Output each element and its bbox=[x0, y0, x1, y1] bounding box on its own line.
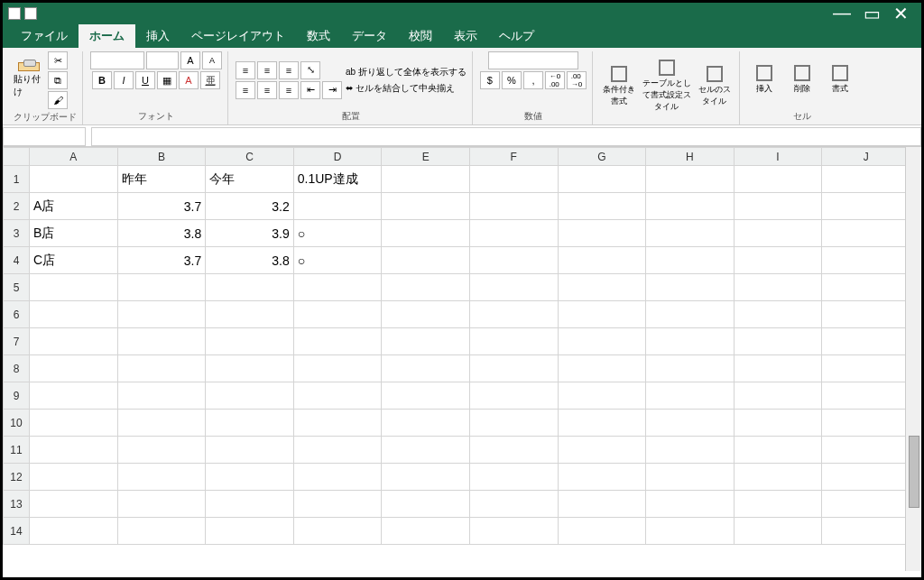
tab-help[interactable]: ヘルプ bbox=[488, 24, 545, 48]
cell[interactable] bbox=[30, 464, 118, 491]
cell-I4[interactable] bbox=[734, 247, 822, 274]
cell[interactable] bbox=[646, 301, 735, 328]
cell[interactable] bbox=[293, 301, 382, 328]
merge-center-button[interactable]: ⬌ セルを結合して中央揃え bbox=[346, 82, 467, 95]
cell-B3[interactable]: 3.8 bbox=[117, 220, 206, 247]
cell[interactable] bbox=[382, 464, 470, 491]
cell-B1[interactable]: 昨年 bbox=[117, 166, 206, 193]
row-header-14[interactable]: 14 bbox=[4, 518, 30, 545]
cell-B2[interactable]: 3.7 bbox=[117, 193, 206, 220]
cell[interactable] bbox=[117, 328, 206, 355]
cell-F3[interactable] bbox=[469, 220, 558, 247]
cell[interactable] bbox=[822, 464, 910, 491]
col-header-B[interactable]: B bbox=[117, 148, 206, 166]
cell[interactable] bbox=[558, 518, 646, 545]
tab-formulas[interactable]: 数式 bbox=[296, 24, 341, 48]
col-header-D[interactable]: D bbox=[293, 148, 382, 166]
cell-A2[interactable]: A店 bbox=[30, 193, 118, 220]
cut-button[interactable]: ✂ bbox=[48, 51, 68, 69]
cell[interactable] bbox=[206, 355, 294, 382]
cell[interactable] bbox=[646, 437, 735, 464]
font-grow-button[interactable]: A bbox=[180, 51, 200, 69]
align-right-button[interactable]: ≡ bbox=[279, 81, 299, 99]
cell-A3[interactable]: B店 bbox=[30, 220, 118, 247]
cell[interactable] bbox=[382, 328, 470, 355]
cell-H4[interactable] bbox=[646, 247, 735, 274]
cell[interactable] bbox=[646, 464, 735, 491]
cell[interactable] bbox=[734, 464, 822, 491]
cell[interactable] bbox=[293, 328, 382, 355]
scroll-thumb[interactable] bbox=[909, 436, 919, 508]
cell-E3[interactable] bbox=[382, 220, 470, 247]
delete-cells-button[interactable]: 削除 bbox=[785, 65, 819, 95]
row-header-9[interactable]: 9 bbox=[4, 382, 30, 410]
cell-J1[interactable] bbox=[822, 166, 910, 193]
indent-inc-button[interactable]: ⇥ bbox=[322, 81, 342, 99]
cell[interactable] bbox=[469, 491, 558, 518]
row-header-10[interactable]: 10 bbox=[4, 410, 30, 437]
cell[interactable] bbox=[293, 274, 382, 301]
align-bottom-button[interactable]: ≡ bbox=[279, 61, 299, 79]
cell[interactable] bbox=[117, 437, 206, 464]
cell[interactable] bbox=[117, 491, 206, 518]
cell[interactable] bbox=[558, 437, 646, 464]
cell-B4[interactable]: 3.7 bbox=[117, 247, 206, 274]
cell-J2[interactable] bbox=[822, 193, 910, 220]
row-header-5[interactable]: 5 bbox=[4, 274, 30, 301]
cell[interactable] bbox=[117, 301, 206, 328]
cell-I2[interactable] bbox=[734, 193, 822, 220]
worksheet-grid[interactable]: A B C D E F G H I J 1 昨年 今年 0.1UP達成 2 A店… bbox=[3, 147, 921, 571]
cell-F2[interactable] bbox=[469, 193, 558, 220]
cell[interactable] bbox=[822, 437, 910, 464]
cell[interactable] bbox=[558, 328, 646, 355]
cell-C3[interactable]: 3.9 bbox=[206, 220, 294, 247]
cell[interactable] bbox=[734, 518, 822, 545]
cell[interactable] bbox=[293, 382, 382, 410]
minimize-button[interactable]: — bbox=[833, 3, 851, 24]
cell[interactable] bbox=[822, 382, 910, 410]
cell[interactable] bbox=[206, 437, 294, 464]
cell-F4[interactable] bbox=[469, 247, 558, 274]
cell[interactable] bbox=[117, 274, 206, 301]
cell[interactable] bbox=[822, 491, 910, 518]
cell[interactable] bbox=[382, 355, 470, 382]
cell[interactable] bbox=[558, 410, 646, 437]
tab-data[interactable]: データ bbox=[341, 24, 398, 48]
cell[interactable] bbox=[734, 410, 822, 437]
cell[interactable] bbox=[30, 491, 118, 518]
cell[interactable] bbox=[30, 518, 118, 545]
number-format-dropdown[interactable] bbox=[488, 51, 578, 69]
cell[interactable] bbox=[822, 328, 910, 355]
row-header-2[interactable]: 2 bbox=[4, 193, 30, 220]
align-center-button[interactable]: ≡ bbox=[257, 81, 277, 99]
conditional-format-button[interactable]: 条件付き書式 bbox=[600, 66, 638, 107]
cell[interactable] bbox=[206, 382, 294, 410]
cell[interactable] bbox=[206, 328, 294, 355]
tab-view[interactable]: 表示 bbox=[443, 24, 488, 48]
row-header-8[interactable]: 8 bbox=[4, 355, 30, 382]
cell[interactable] bbox=[382, 437, 470, 464]
col-header-E[interactable]: E bbox=[382, 148, 470, 166]
fill-color-button[interactable]: A bbox=[179, 71, 199, 89]
cell-E2[interactable] bbox=[382, 193, 470, 220]
cell-A1[interactable] bbox=[30, 166, 118, 193]
cell-J3[interactable] bbox=[822, 220, 910, 247]
cell-C2[interactable]: 3.2 bbox=[206, 193, 294, 220]
tab-file[interactable]: ファイル bbox=[10, 24, 79, 48]
font-family-dropdown[interactable] bbox=[90, 51, 144, 69]
cell[interactable] bbox=[30, 437, 118, 464]
cell[interactable] bbox=[558, 491, 646, 518]
cell[interactable] bbox=[206, 464, 294, 491]
cell-I3[interactable] bbox=[734, 220, 822, 247]
cell[interactable] bbox=[382, 491, 470, 518]
cell[interactable] bbox=[822, 355, 910, 382]
cell[interactable] bbox=[30, 301, 118, 328]
decimal-increase-button[interactable]: ←0.00 bbox=[545, 71, 565, 89]
name-box[interactable] bbox=[3, 127, 86, 146]
cell[interactable] bbox=[293, 355, 382, 382]
cell[interactable] bbox=[117, 464, 206, 491]
cell[interactable] bbox=[382, 518, 470, 545]
cell[interactable] bbox=[117, 355, 206, 382]
cell[interactable] bbox=[558, 464, 646, 491]
cell[interactable] bbox=[822, 301, 910, 328]
